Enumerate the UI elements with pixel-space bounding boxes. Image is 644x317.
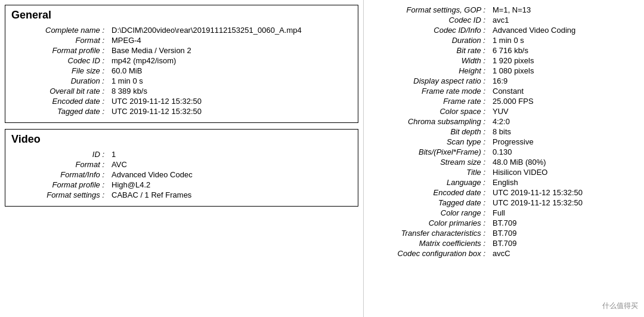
row-value: avcC [488, 248, 639, 258]
row-value: 6 716 kb/s [488, 45, 639, 56]
row-label: Format settings, GOP : [369, 5, 488, 15]
row-label: Title : [369, 167, 488, 177]
row-value: 4:2:0 [488, 116, 639, 127]
row-value: 60.0 MiB [107, 66, 352, 76]
row-value: D:\DCIM\200video\rear\20191112153251_006… [107, 25, 352, 35]
row-label: Format profile : [11, 180, 107, 190]
table-row: Height :1 080 pixels [369, 66, 639, 76]
row-label: Height : [369, 66, 488, 76]
row-value: UTC 2019-11-12 15:32:50 [107, 106, 352, 116]
table-row: Codec ID :avc1 [369, 15, 639, 25]
row-value: BT.709 [488, 228, 639, 238]
row-value: Base Media / Version 2 [107, 45, 352, 56]
row-value: Constant [488, 86, 639, 96]
row-value: 1 min 0 s [488, 35, 639, 45]
video-title: Video [11, 133, 352, 146]
row-value: Progressive [488, 137, 639, 147]
row-value: 48.0 MiB (80%) [488, 157, 639, 167]
table-row: Bit depth :8 bits [369, 127, 639, 137]
table-row: Display aspect ratio :16:9 [369, 76, 639, 86]
table-row: Duration :1 min 0 s [11, 76, 352, 86]
table-row: Encoded date :UTC 2019-11-12 15:32:50 [369, 187, 639, 198]
row-value: High@L4.2 [107, 180, 352, 190]
table-row: Stream size :48.0 MiB (80%) [369, 157, 639, 167]
table-row: Matrix coefficients :BT.709 [369, 238, 639, 248]
row-label: Format profile : [11, 45, 107, 56]
table-row: Title :Hisilicon VIDEO [369, 167, 639, 177]
row-label: ID : [11, 149, 107, 159]
table-row: Tagged date :UTC 2019-11-12 15:32:50 [369, 198, 639, 208]
table-row: Codec ID/Info :Advanced Video Coding [369, 25, 639, 35]
table-row: Encoded date :UTC 2019-11-12 15:32:50 [11, 96, 352, 106]
table-row: Bit rate :6 716 kb/s [369, 45, 639, 56]
row-label: Transfer characteristics : [369, 228, 488, 238]
table-row: Format profile :Base Media / Version 2 [11, 45, 352, 56]
right-table: Format settings, GOP :M=1, N=13Codec ID … [369, 5, 639, 258]
row-label: Bits/(Pixel*Frame) : [369, 147, 488, 157]
row-label: Language : [369, 177, 488, 187]
row-label: Bit depth : [369, 127, 488, 137]
table-row: Duration :1 min 0 s [369, 35, 639, 45]
video-table: ID :1Format :AVCFormat/Info :Advanced Vi… [11, 149, 352, 200]
row-label: Complete name : [11, 25, 107, 35]
table-row: Format/Info :Advanced Video Codec [11, 170, 352, 180]
table-row: Tagged date :UTC 2019-11-12 15:32:50 [11, 106, 352, 116]
table-row: Frame rate :25.000 FPS [369, 96, 639, 106]
table-row: Format :AVC [11, 159, 352, 170]
row-label: Format : [11, 35, 107, 45]
table-row: Frame rate mode :Constant [369, 86, 639, 96]
row-label: Codec ID : [11, 56, 107, 66]
table-row: File size :60.0 MiB [11, 66, 352, 76]
row-value: 1 [107, 149, 352, 159]
row-label: Format/Info : [11, 170, 107, 180]
row-label: Codec configuration box : [369, 248, 488, 258]
row-value: BT.709 [488, 238, 639, 248]
row-label: Matrix coefficients : [369, 238, 488, 248]
general-title: General [11, 9, 352, 21]
row-label: Codec ID : [369, 15, 488, 25]
row-value: M=1, N=13 [488, 5, 639, 15]
row-value: 1 920 pixels [488, 56, 639, 66]
row-value: Full [488, 208, 639, 218]
row-value: UTC 2019-11-12 15:32:50 [107, 96, 352, 106]
row-label: Color primaries : [369, 218, 488, 228]
row-value: CABAC / 1 Ref Frames [107, 190, 352, 200]
row-label: Encoded date : [11, 96, 107, 106]
row-value: Advanced Video Codec [107, 170, 352, 180]
row-label: Color space : [369, 106, 488, 116]
row-label: Frame rate : [369, 96, 488, 106]
row-value: 25.000 FPS [488, 96, 639, 106]
table-row: Bits/(Pixel*Frame) :0.130 [369, 147, 639, 157]
row-value: UTC 2019-11-12 15:32:50 [488, 198, 639, 208]
row-label: Duration : [11, 76, 107, 86]
table-row: Chroma subsampling :4:2:0 [369, 116, 639, 127]
left-panel: General Complete name :D:\DCIM\200video\… [0, 0, 364, 317]
general-section: General Complete name :D:\DCIM\200video\… [5, 5, 358, 123]
row-value: Advanced Video Coding [488, 25, 639, 35]
row-value: 16:9 [488, 76, 639, 86]
row-value: English [488, 177, 639, 187]
table-row: ID :1 [11, 149, 352, 159]
row-label: Bit rate : [369, 45, 488, 56]
right-panel: Format settings, GOP :M=1, N=13Codec ID … [364, 0, 644, 317]
row-value: YUV [488, 106, 639, 116]
row-value: 1 080 pixels [488, 66, 639, 76]
row-value: 1 min 0 s [107, 76, 352, 86]
table-row: Color range :Full [369, 208, 639, 218]
table-row: Color space :YUV [369, 106, 639, 116]
row-label: Encoded date : [369, 187, 488, 198]
row-label: Scan type : [369, 137, 488, 147]
row-value: 8 389 kb/s [107, 86, 352, 96]
row-value: UTC 2019-11-12 15:32:50 [488, 187, 639, 198]
table-row: Format settings, GOP :M=1, N=13 [369, 5, 639, 15]
general-table: Complete name :D:\DCIM\200video\rear\201… [11, 25, 352, 116]
row-value: 8 bits [488, 127, 639, 137]
table-row: Codec ID :mp42 (mp42/isom) [11, 56, 352, 66]
row-label: Frame rate mode : [369, 86, 488, 96]
row-label: Tagged date : [369, 198, 488, 208]
row-label: Stream size : [369, 157, 488, 167]
table-row: Overall bit rate :8 389 kb/s [11, 86, 352, 96]
row-value: Hisilicon VIDEO [488, 167, 639, 177]
table-row: Format settings :CABAC / 1 Ref Frames [11, 190, 352, 200]
table-row: Format profile :High@L4.2 [11, 180, 352, 190]
